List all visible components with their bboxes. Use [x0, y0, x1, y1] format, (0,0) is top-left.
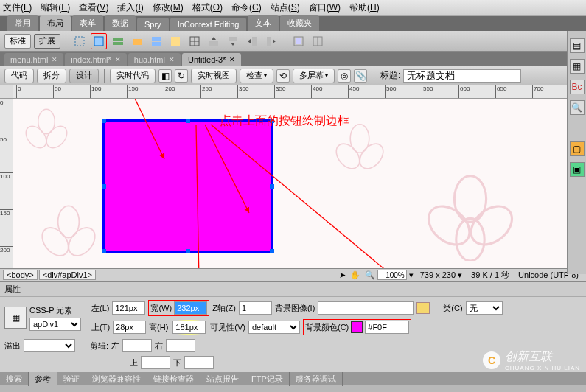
spry-menu-icon[interactable]: [110, 33, 126, 49]
tab-incontext[interactable]: InContext Editing: [170, 18, 247, 31]
insert-div-icon[interactable]: [71, 33, 88, 49]
menu-modify[interactable]: 修改(M): [153, 1, 184, 14]
live-code-button[interactable]: 实时代码: [110, 69, 156, 83]
tab-favorites[interactable]: 收藏夹: [280, 15, 319, 31]
id-select[interactable]: apDiv1: [29, 318, 81, 331]
height-input[interactable]: [172, 321, 206, 334]
menu-format[interactable]: 格式(O): [192, 1, 223, 14]
inspect-button[interactable]: 检查▾: [240, 69, 273, 83]
btab-browser-compat[interactable]: 浏览器兼容性: [86, 372, 147, 386]
col-left-icon[interactable]: [244, 33, 260, 49]
tag-body[interactable]: <body>: [3, 270, 38, 280]
tracking-icon[interactable]: ◧: [158, 69, 172, 83]
menu-help[interactable]: 帮助(H): [349, 1, 380, 14]
ruler-horizontal[interactable]: 0 50 100 150 200 250 300 350 400 450 500…: [13, 85, 586, 99]
spry-tabs-icon[interactable]: [129, 33, 145, 49]
mode-expand-button[interactable]: 扩展: [34, 34, 60, 49]
bgcolor-swatch[interactable]: [351, 321, 363, 333]
multiscreen-button[interactable]: 多屏幕▾: [293, 69, 335, 83]
properties-title[interactable]: 属性: [0, 282, 586, 297]
zoom-tool-icon[interactable]: 🔍: [363, 270, 377, 280]
menu-edit[interactable]: 编辑(E): [41, 1, 70, 14]
split-view-button[interactable]: 拆分: [37, 69, 66, 83]
refresh-icon[interactable]: ↻: [175, 69, 188, 83]
spry-accordion-icon[interactable]: [148, 33, 164, 49]
tab-layout[interactable]: 布局: [40, 15, 71, 31]
clip-right-input[interactable]: [166, 339, 195, 352]
clip-left-input[interactable]: [122, 339, 152, 352]
menu-commands[interactable]: 命令(C): [231, 1, 262, 14]
zoom-input[interactable]: [377, 270, 407, 280]
frames-icon[interactable]: [310, 33, 326, 49]
address-icon[interactable]: 📎: [354, 69, 367, 83]
design-view-button[interactable]: 设计: [69, 69, 99, 83]
btab-reference[interactable]: 参考: [29, 372, 57, 386]
doctab-index[interactable]: index.html*✕: [65, 53, 126, 66]
doctab-hua[interactable]: hua.html✕: [128, 53, 181, 66]
ap-div-element[interactable]: [102, 119, 273, 253]
browse-folder-icon[interactable]: [416, 302, 430, 314]
bgimg-input[interactable]: [318, 301, 414, 315]
tab-spry[interactable]: Spry: [137, 18, 169, 31]
menu-file[interactable]: 文件(F): [3, 1, 32, 14]
preview-icon[interactable]: ◎: [338, 69, 351, 83]
width-input[interactable]: [174, 301, 207, 315]
btab-site-reports[interactable]: 站点报告: [200, 372, 245, 386]
window-size[interactable]: 739 x 230 ▾: [416, 270, 467, 280]
close-icon[interactable]: ✕: [52, 56, 57, 63]
row-below-icon[interactable]: [225, 33, 241, 49]
doctab-untitled3[interactable]: Untitled-3*✕: [182, 53, 241, 66]
btab-search[interactable]: 搜索: [0, 372, 29, 386]
tab-forms[interactable]: 表单: [72, 15, 103, 31]
menu-view[interactable]: 查看(V): [79, 1, 108, 14]
title-input[interactable]: [403, 69, 521, 83]
z-input[interactable]: [239, 301, 272, 315]
col-right-icon[interactable]: [263, 33, 279, 49]
svg-rect-14: [267, 37, 271, 46]
btab-ftp-log[interactable]: FTP记录: [245, 372, 290, 386]
menu-site[interactable]: 站点(S): [271, 1, 300, 14]
row-above-icon[interactable]: [206, 33, 222, 49]
btab-server-debug[interactable]: 服务器调试: [290, 372, 343, 386]
vis-select[interactable]: default: [248, 321, 300, 334]
css-panel-icon[interactable]: ▤: [570, 38, 585, 53]
overflow-select[interactable]: [24, 339, 75, 352]
assets-panel-icon[interactable]: ▢: [570, 141, 585, 156]
design-canvas[interactable]: 点击上面的按钮绘制边框: [13, 99, 567, 268]
close-icon[interactable]: ✕: [169, 56, 175, 63]
zoom-dropdown-icon[interactable]: ▾: [407, 270, 416, 280]
menu-window[interactable]: 窗口(W): [309, 1, 341, 14]
doctab-menu[interactable]: menu.html✕: [4, 53, 63, 66]
clip-bottom-input[interactable]: [184, 356, 214, 369]
class-select[interactable]: 无: [466, 301, 503, 315]
tag-apdiv1[interactable]: <div#apDiv1>: [39, 270, 96, 280]
hand-tool-icon[interactable]: ✋: [348, 270, 363, 280]
bgcolor-input[interactable]: [365, 321, 409, 334]
live-view-button[interactable]: 实时视图: [191, 69, 237, 83]
tab-common[interactable]: 常用: [7, 15, 38, 31]
ruler-origin[interactable]: [0, 85, 13, 99]
btab-validate[interactable]: 验证: [57, 372, 86, 386]
spry-collapsible-icon[interactable]: [167, 33, 184, 49]
close-icon[interactable]: ✕: [229, 56, 235, 63]
snippets-panel-icon[interactable]: ▣: [570, 162, 585, 177]
ap-elements-panel-icon[interactable]: ▦: [570, 59, 585, 74]
draw-apdiv-icon[interactable]: [91, 33, 107, 49]
menu-insert[interactable]: 插入(I): [117, 1, 143, 14]
iframe-icon[interactable]: [290, 33, 307, 49]
tab-text[interactable]: 文本: [248, 15, 279, 31]
business-catalyst-icon[interactable]: Bc: [570, 80, 585, 94]
browser-nav-icon[interactable]: ⟲: [276, 69, 290, 83]
files-panel-icon[interactable]: 🔍: [570, 100, 585, 115]
close-icon[interactable]: ✕: [115, 56, 121, 63]
clip-top-input[interactable]: [141, 356, 170, 369]
ruler-vertical[interactable]: 0 50 100 150 200: [0, 99, 13, 268]
mode-standard-button[interactable]: 标准: [4, 34, 31, 49]
table-icon[interactable]: [186, 33, 203, 49]
btab-link-checker[interactable]: 链接检查器: [147, 372, 200, 386]
pointer-tool-icon[interactable]: ➤: [337, 270, 348, 280]
code-view-button[interactable]: 代码: [4, 69, 34, 83]
tab-data[interactable]: 数据: [105, 15, 136, 31]
top-input[interactable]: [113, 321, 146, 334]
left-input[interactable]: [112, 301, 145, 315]
